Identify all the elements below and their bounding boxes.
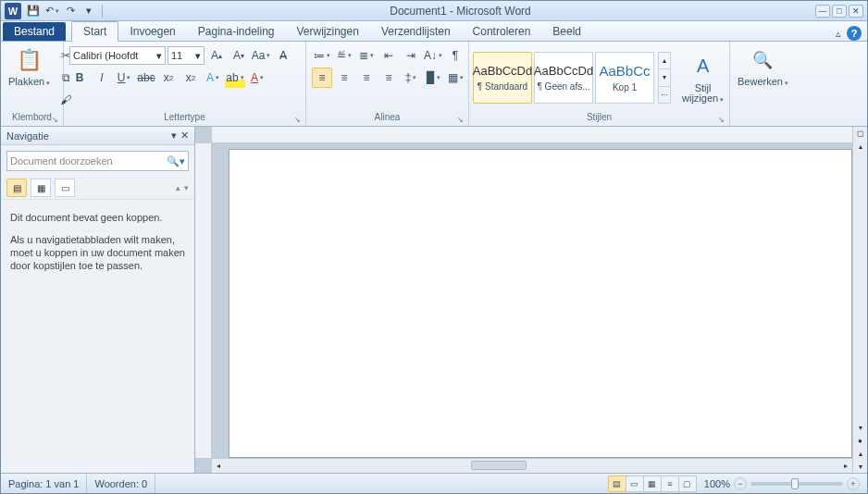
ruler-toggle-icon[interactable]: ▢ [853,127,867,140]
strikethrough-button[interactable]: abc [136,68,156,88]
tab-verzendlijsten[interactable]: Verzendlijsten [370,22,462,41]
shrink-font-button[interactable]: A▾ [229,45,249,66]
style-name: Kop 1 [613,82,637,93]
font-family-combo[interactable]: Calibri (Hoofdt▾ [69,46,166,65]
group-stijlen-label: Stijlen [587,112,612,122]
subscript-button[interactable]: x2 [158,68,179,88]
highlight-button[interactable]: ab [225,68,245,88]
undo-button[interactable]: ↶ [43,3,60,19]
style-standaard[interactable]: AaBbCcDd ¶ Standaard [473,52,532,104]
tab-beeld[interactable]: Beeld [541,22,592,41]
italic-button[interactable]: I [92,68,112,88]
help-icon[interactable]: ? [847,26,862,41]
dialog-launcher-icon[interactable]: ↘ [292,116,302,125]
paste-label: Plakken [8,77,50,88]
numbering-button[interactable]: ≝ [334,45,354,66]
vertical-scrollbar[interactable]: ▢ ▴▾ ●▴▾ [852,127,867,473]
decrease-indent-button[interactable]: ⇤ [378,45,399,66]
nav-pane-menu-icon[interactable]: ▾ [171,130,177,142]
minimize-button[interactable]: ― [815,5,830,18]
ribbon: 📋 Plakken ✂ ⧉ 🖌 Klembord↘ Calibri (Hoofd… [1,42,867,127]
nav-tab-headings[interactable]: ▤ [6,179,27,197]
zoom-slider[interactable] [750,482,843,486]
clear-formatting-button[interactable]: A̶ [273,45,293,66]
style-name: ¶ Geen afs... [537,81,589,92]
view-draft[interactable]: ▢ [678,475,697,492]
separator [102,5,103,18]
bold-button[interactable]: B [69,68,90,88]
font-color-button[interactable]: A [247,68,267,88]
title-bar: W 💾 ↶ ↷ ▾ Document1 - Microsoft Word ― □… [1,1,867,21]
dialog-launcher-icon[interactable]: ↘ [455,116,465,125]
save-icon[interactable]: 💾 [25,3,42,19]
nav-next-icon[interactable]: ▾ [184,183,189,192]
show-marks-button[interactable]: ¶ [445,45,465,66]
status-bar: Pagina: 1 van 1 Woorden: 0 ▤ ▭ ▦ ≡ ▢ 100… [1,473,867,493]
tab-controleren[interactable]: Controleren [462,22,542,41]
search-input[interactable]: Document doorzoeken 🔍▾ [6,151,189,171]
change-styles-button[interactable]: A Stijl wijzigen [678,50,727,106]
change-case-button[interactable]: Aa [251,45,271,66]
view-outline[interactable]: ≡ [661,475,679,492]
line-spacing-button[interactable]: ‡ [401,68,421,88]
horizontal-scrollbar[interactable]: ◂▸ [212,458,852,473]
view-web-layout[interactable]: ▦ [643,475,662,492]
text-effects-button[interactable]: A [203,68,223,88]
increase-indent-button[interactable]: ⇥ [401,45,421,66]
editing-label: Bewerken [738,77,788,88]
font-family-value: Calibri (Hoofdt [73,50,138,61]
ribbon-tabs: Bestand Start Invoegen Pagina-indeling V… [1,21,867,42]
group-klembord-label: Klembord [12,112,52,122]
nav-tab-pages[interactable]: ▦ [31,179,51,197]
grow-font-button[interactable]: A▴ [206,45,227,66]
font-size-combo[interactable]: 11▾ [167,46,205,65]
multilevel-list-button[interactable]: ≣ [356,45,377,66]
redo-button[interactable]: ↷ [62,3,79,19]
vertical-ruler[interactable] [195,143,212,458]
tab-invoegen[interactable]: Invoegen [118,22,186,41]
horizontal-ruler[interactable] [212,127,852,143]
nav-pane-title: Navigatie [6,130,49,142]
align-right-button[interactable]: ≡ [356,68,377,88]
gallery-scroll[interactable]: ▴▾⋯ [658,52,671,104]
style-kop1[interactable]: AaBbCc Kop 1 [595,52,654,104]
tab-bestand[interactable]: Bestand [3,22,66,41]
align-left-button[interactable]: ≡ [312,68,332,88]
status-page[interactable]: Pagina: 1 van 1 [1,474,87,493]
view-print-layout[interactable]: ▤ [608,475,626,492]
style-name: ¶ Standaard [477,81,527,92]
tab-start[interactable]: Start [71,21,118,42]
editing-button[interactable]: 🔍 Bewerken [734,43,792,90]
chevron-down-icon: ▾ [195,50,201,62]
ribbon-minimize-icon[interactable]: ▵ [836,28,841,40]
close-button[interactable]: ✕ [849,5,863,18]
paste-button[interactable]: 📋 Plakken [5,43,54,90]
tab-pagina-indeling[interactable]: Pagina-indeling [187,22,286,41]
tab-verwijzingen[interactable]: Verwijzingen [286,22,370,41]
zoom-in-button[interactable]: + [847,477,860,490]
borders-button[interactable]: ▦ [445,68,465,88]
nav-prev-icon[interactable]: ▴ [176,183,180,192]
status-words[interactable]: Woorden: 0 [87,474,155,493]
dialog-launcher-icon[interactable]: ↘ [716,116,725,125]
bullets-button[interactable]: ≔ [312,45,332,66]
view-full-screen[interactable]: ▭ [626,475,644,492]
zoom-out-button[interactable]: − [734,477,747,490]
zoom-level[interactable]: 100% [704,478,730,489]
style-geen-afstand[interactable]: AaBbCcDd ¶ Geen afs... [534,52,593,104]
underline-button[interactable]: U [114,68,134,88]
nav-pane-close-icon[interactable]: ✕ [180,130,189,142]
document-page[interactable] [229,149,852,458]
dialog-launcher-icon[interactable]: ↘ [50,116,59,125]
group-alinea-label: Alinea [375,112,401,122]
maximize-button[interactable]: □ [832,5,847,18]
justify-button[interactable]: ≡ [378,68,399,88]
align-center-button[interactable]: ≡ [334,68,354,88]
shading-button[interactable]: ▉ [423,68,443,88]
sort-button[interactable]: A↓ [423,45,443,66]
superscript-button[interactable]: x2 [180,68,201,88]
navigation-pane: Navigatie ▾ ✕ Document doorzoeken 🔍▾ ▤ ▦… [1,127,195,473]
nav-tab-results[interactable]: ▭ [55,179,75,197]
search-icon: 🔍▾ [167,155,185,167]
qat-customize-icon[interactable]: ▾ [81,3,97,19]
